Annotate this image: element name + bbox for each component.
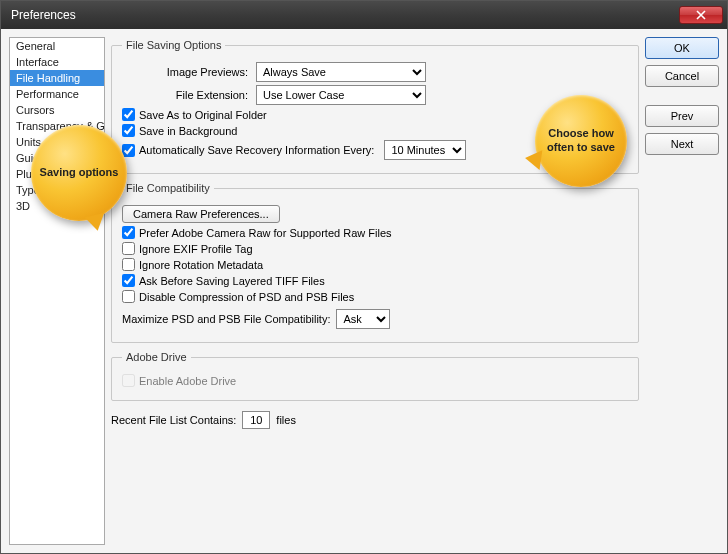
ask-tiff-checkbox[interactable] bbox=[122, 274, 135, 287]
autosave-checkbox[interactable] bbox=[122, 144, 135, 157]
recent-files-label-after: files bbox=[276, 414, 296, 426]
callout-saving-options-text: Saving options bbox=[40, 166, 119, 180]
sidebar-item-interface[interactable]: Interface bbox=[10, 54, 104, 70]
save-as-original-label: Save As to Original Folder bbox=[139, 109, 267, 121]
file-compatibility-group: File Compatibility Camera Raw Preference… bbox=[111, 182, 639, 343]
disable-compression-label: Disable Compression of PSD and PSB Files bbox=[139, 291, 354, 303]
fc-legend: File Compatibility bbox=[122, 182, 214, 194]
callout-choose-how-often-text: Choose how often to save bbox=[547, 127, 615, 155]
autosave-interval-select[interactable]: 10 Minutes bbox=[384, 140, 466, 160]
sidebar-item-file-handling[interactable]: File Handling bbox=[10, 70, 104, 86]
dialog-buttons: OK Cancel Prev Next bbox=[645, 37, 719, 545]
recent-files-input[interactable] bbox=[242, 411, 270, 429]
window-title: Preferences bbox=[5, 8, 76, 22]
adobe-drive-group: Adobe Drive Enable Adobe Drive bbox=[111, 351, 639, 401]
autosave-label: Automatically Save Recovery Information … bbox=[139, 144, 374, 156]
disable-compression-checkbox[interactable] bbox=[122, 290, 135, 303]
image-previews-label: Image Previews: bbox=[122, 66, 248, 78]
ignore-rotation-checkbox[interactable] bbox=[122, 258, 135, 271]
image-previews-select[interactable]: Always Save bbox=[256, 62, 426, 82]
camera-raw-prefs-button[interactable]: Camera Raw Preferences... bbox=[122, 205, 280, 223]
enable-drive-checkbox bbox=[122, 374, 135, 387]
sidebar-item-performance[interactable]: Performance bbox=[10, 86, 104, 102]
category-sidebar: General Interface File Handling Performa… bbox=[9, 37, 105, 545]
ignore-exif-checkbox[interactable] bbox=[122, 242, 135, 255]
fso-legend: File Saving Options bbox=[122, 39, 225, 51]
cancel-button[interactable]: Cancel bbox=[645, 65, 719, 87]
ignore-exif-label: Ignore EXIF Profile Tag bbox=[139, 243, 253, 255]
recent-files-label-before: Recent File List Contains: bbox=[111, 414, 236, 426]
sidebar-item-general[interactable]: General bbox=[10, 38, 104, 54]
ok-button[interactable]: OK bbox=[645, 37, 719, 59]
prefer-acr-checkbox[interactable] bbox=[122, 226, 135, 239]
file-extension-label: File Extension: bbox=[122, 89, 248, 101]
save-background-label: Save in Background bbox=[139, 125, 237, 137]
maximize-compat-label: Maximize PSD and PSB File Compatibility: bbox=[122, 313, 330, 325]
file-extension-select[interactable]: Use Lower Case bbox=[256, 85, 426, 105]
ask-tiff-label: Ask Before Saving Layered TIFF Files bbox=[139, 275, 325, 287]
enable-drive-label: Enable Adobe Drive bbox=[139, 375, 236, 387]
sidebar-item-cursors[interactable]: Cursors bbox=[10, 102, 104, 118]
save-background-checkbox[interactable] bbox=[122, 124, 135, 137]
close-icon bbox=[696, 10, 706, 20]
drive-legend: Adobe Drive bbox=[122, 351, 191, 363]
maximize-compat-select[interactable]: Ask bbox=[336, 309, 390, 329]
next-button[interactable]: Next bbox=[645, 133, 719, 155]
callout-saving-options: Saving options bbox=[31, 125, 127, 221]
titlebar: Preferences bbox=[1, 1, 727, 29]
callout-choose-how-often: Choose how often to save bbox=[535, 95, 627, 187]
ignore-rotation-label: Ignore Rotation Metadata bbox=[139, 259, 263, 271]
prev-button[interactable]: Prev bbox=[645, 105, 719, 127]
prefer-acr-label: Prefer Adobe Camera Raw for Supported Ra… bbox=[139, 227, 392, 239]
save-as-original-checkbox[interactable] bbox=[122, 108, 135, 121]
close-button[interactable] bbox=[679, 6, 723, 24]
